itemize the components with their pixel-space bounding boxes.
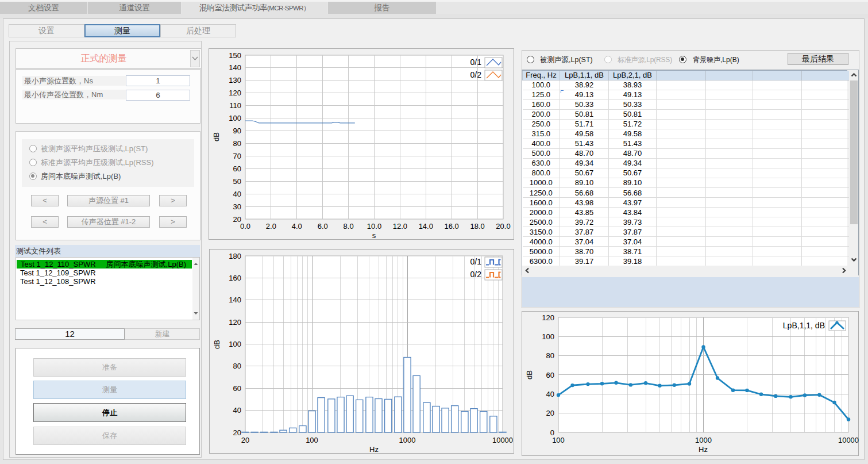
svg-text:60: 60 xyxy=(233,164,241,173)
svg-text:120: 120 xyxy=(542,313,554,322)
svg-text:16.0: 16.0 xyxy=(445,222,459,231)
svg-text:10.0: 10.0 xyxy=(367,222,381,231)
svg-text:120: 120 xyxy=(229,318,241,327)
svg-text:180: 180 xyxy=(229,252,241,260)
svg-text:Hz: Hz xyxy=(369,445,379,454)
svg-text:20: 20 xyxy=(233,428,241,437)
svg-text:0/2: 0/2 xyxy=(470,270,482,279)
svg-text:80: 80 xyxy=(233,362,241,370)
svg-text:140: 140 xyxy=(229,63,241,72)
svg-text:60: 60 xyxy=(546,371,554,379)
svg-text:dB: dB xyxy=(213,340,221,349)
svg-text:0/1: 0/1 xyxy=(470,57,482,67)
svg-text:6.0: 6.0 xyxy=(318,222,328,231)
svg-text:18.0: 18.0 xyxy=(470,222,484,231)
svg-text:4.0: 4.0 xyxy=(292,222,302,231)
svg-text:0/1: 0/1 xyxy=(470,257,482,266)
svg-text:40: 40 xyxy=(233,190,241,198)
svg-text:10000: 10000 xyxy=(492,436,513,444)
svg-text:30: 30 xyxy=(233,202,241,211)
svg-text:140: 140 xyxy=(229,296,241,304)
svg-text:dB: dB xyxy=(212,132,221,141)
svg-text:120: 120 xyxy=(229,89,241,97)
svg-text:100: 100 xyxy=(306,436,318,444)
svg-text:20.0: 20.0 xyxy=(496,222,510,231)
svg-text:70: 70 xyxy=(233,152,241,160)
svg-text:90: 90 xyxy=(233,126,241,135)
svg-text:160: 160 xyxy=(229,274,241,282)
svg-text:Hz: Hz xyxy=(699,445,708,454)
svg-text:60: 60 xyxy=(233,384,241,393)
svg-text:dB: dB xyxy=(525,370,534,379)
svg-text:130: 130 xyxy=(229,76,241,85)
svg-text:40: 40 xyxy=(233,406,241,415)
svg-text:0.0: 0.0 xyxy=(240,222,250,231)
svg-text:150: 150 xyxy=(229,51,241,60)
svg-text:10000: 10000 xyxy=(838,436,859,444)
svg-text:80: 80 xyxy=(546,351,554,360)
svg-text:100: 100 xyxy=(552,436,565,444)
svg-text:40: 40 xyxy=(546,390,554,398)
svg-text:12.0: 12.0 xyxy=(393,222,407,231)
svg-text:110: 110 xyxy=(229,101,241,110)
svg-text:0/2: 0/2 xyxy=(470,70,482,79)
svg-text:80: 80 xyxy=(233,139,241,148)
svg-text:14.0: 14.0 xyxy=(419,222,433,231)
svg-text:8.0: 8.0 xyxy=(344,222,354,231)
svg-text:50: 50 xyxy=(233,177,241,186)
svg-text:1000: 1000 xyxy=(399,436,416,444)
svg-text:1000: 1000 xyxy=(695,436,712,444)
svg-text:s: s xyxy=(372,231,376,240)
svg-text:20: 20 xyxy=(241,436,249,444)
svg-text:100: 100 xyxy=(229,340,241,348)
svg-text:20: 20 xyxy=(546,409,554,417)
svg-text:2.0: 2.0 xyxy=(266,222,276,231)
svg-text:100: 100 xyxy=(542,332,554,341)
svg-text:LpB,1,1, dB: LpB,1,1, dB xyxy=(783,321,825,330)
svg-text:100: 100 xyxy=(229,114,241,122)
